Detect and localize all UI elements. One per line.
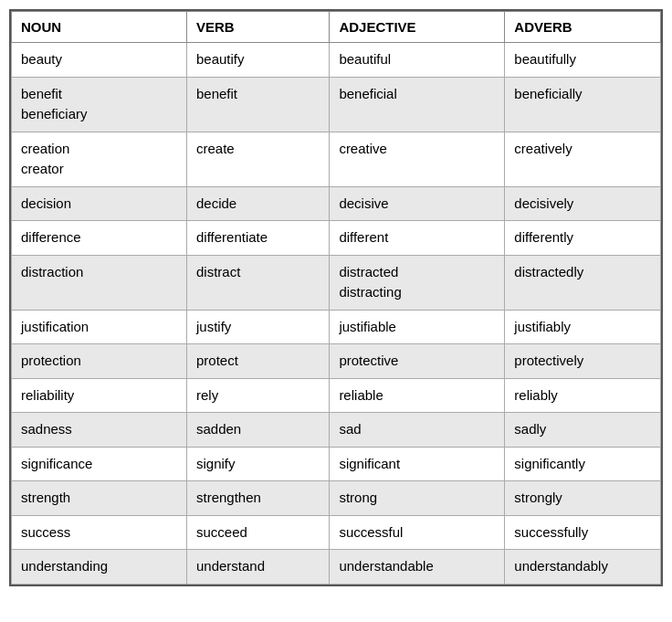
cell-noun: beauty — [12, 43, 187, 78]
table-row: benefitbeneficiarybenefitbeneficialbenef… — [12, 77, 661, 132]
cell-noun: justification — [12, 310, 187, 344]
cell-adverb: strongly — [505, 481, 661, 516]
table-row: justificationjustifyjustifiablejustifiab… — [12, 310, 661, 344]
cell-adverb: significantly — [505, 447, 661, 481]
table-row: significancesignifysignificantsignifican… — [12, 447, 661, 481]
cell-verb: decide — [186, 186, 329, 221]
cell-verb: protect — [186, 344, 329, 379]
cell-verb: differentiate — [186, 221, 329, 256]
cell-noun: significance — [12, 447, 187, 481]
cell-noun: success — [12, 515, 187, 550]
table-row: reliabilityrelyreliablereliably — [12, 378, 661, 413]
cell-adverb: differently — [505, 221, 661, 256]
table-row: sadnesssaddensadsadly — [12, 413, 661, 448]
cell-adjective: beneficial — [330, 77, 505, 132]
cell-adjective: significant — [330, 447, 505, 481]
cell-adjective: beautiful — [330, 43, 505, 78]
cell-noun: understanding — [12, 550, 187, 585]
cell-adjective: successful — [330, 515, 505, 550]
cell-verb: signify — [186, 447, 329, 481]
cell-adjective: decisive — [330, 186, 505, 221]
cell-adjective: sad — [330, 413, 505, 448]
cell-adverb: successfully — [505, 515, 661, 550]
table-row: protectionprotectprotectiveprotectively — [12, 344, 661, 379]
cell-noun: benefitbeneficiary — [12, 77, 187, 132]
cell-verb: strengthen — [186, 481, 329, 516]
cell-noun: difference — [12, 221, 187, 256]
header-verb: VERB — [186, 12, 329, 43]
cell-verb: justify — [186, 310, 329, 344]
cell-noun: distraction — [12, 255, 187, 310]
word-forms-table: NOUN VERB ADJECTIVE ADVERB beautybeautif… — [9, 9, 663, 586]
cell-verb: benefit — [186, 77, 329, 132]
cell-verb: beautify — [186, 43, 329, 78]
cell-noun: reliability — [12, 378, 187, 413]
table-row: beautybeautifybeautifulbeautifully — [12, 43, 661, 78]
cell-adverb: protectively — [505, 344, 661, 379]
cell-verb: understand — [186, 550, 329, 585]
cell-adverb: beautifully — [505, 43, 661, 78]
cell-adverb: sadly — [505, 413, 661, 448]
header-adverb: ADVERB — [505, 12, 661, 43]
cell-adjective: different — [330, 221, 505, 256]
cell-adjective: reliable — [330, 378, 505, 413]
cell-adverb: beneficially — [505, 77, 661, 132]
cell-verb: distract — [186, 255, 329, 310]
cell-adverb: reliably — [505, 378, 661, 413]
cell-adjective: creative — [330, 132, 505, 186]
cell-adverb: decisively — [505, 186, 661, 221]
table-row: decisiondecidedecisivedecisively — [12, 186, 661, 221]
cell-adjective: justifiable — [330, 310, 505, 344]
cell-adjective: distracteddistracting — [330, 255, 505, 310]
cell-verb: rely — [186, 378, 329, 413]
cell-verb: sadden — [186, 413, 329, 448]
table-row: successsucceedsuccessfulsuccessfully — [12, 515, 661, 550]
table-row: strengthstrengthenstrongstrongly — [12, 481, 661, 516]
cell-adverb: justifiably — [505, 310, 661, 344]
cell-adverb: distractedly — [505, 255, 661, 310]
cell-noun: strength — [12, 481, 187, 516]
table-row: distractiondistractdistracteddistracting… — [12, 255, 661, 310]
cell-noun: protection — [12, 344, 187, 379]
cell-noun: decision — [12, 186, 187, 221]
header-row: NOUN VERB ADJECTIVE ADVERB — [12, 12, 661, 43]
header-adjective: ADJECTIVE — [330, 12, 505, 43]
cell-adverb: creatively — [505, 132, 661, 186]
table-row: creationcreatorcreatecreativecreatively — [12, 132, 661, 186]
header-noun: NOUN — [12, 12, 187, 43]
cell-adverb: understandably — [505, 550, 661, 585]
table-row: understandingunderstandunderstandableund… — [12, 550, 661, 585]
cell-verb: succeed — [186, 515, 329, 550]
cell-adjective: protective — [330, 344, 505, 379]
table-row: differencedifferentiatedifferentdifferen… — [12, 221, 661, 256]
cell-noun: creationcreator — [12, 132, 187, 186]
cell-verb: create — [186, 132, 329, 186]
cell-adjective: strong — [330, 481, 505, 516]
cell-noun: sadness — [12, 413, 187, 448]
cell-adjective: understandable — [330, 550, 505, 585]
